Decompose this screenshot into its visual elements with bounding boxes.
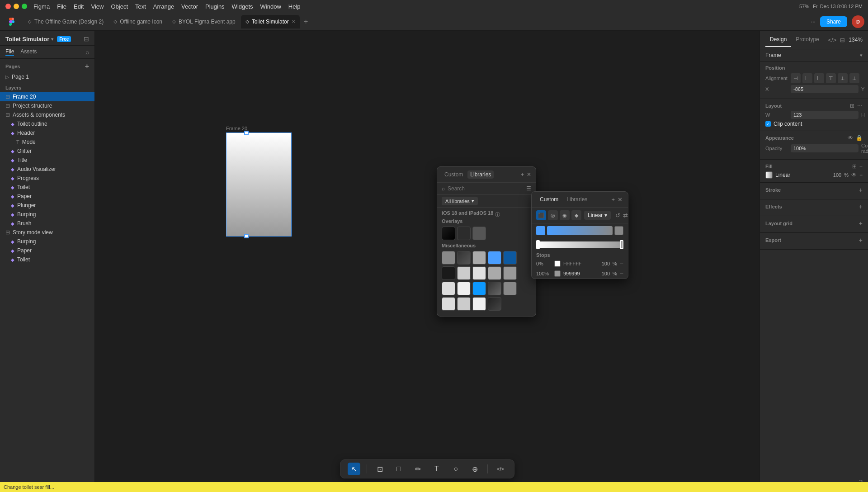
menu-vector[interactable]: Vector bbox=[181, 3, 198, 10]
clip-content-checkbox[interactable]: ✓ bbox=[765, 121, 771, 127]
fill-add-icon[interactable]: + bbox=[859, 163, 863, 170]
x-input[interactable] bbox=[791, 85, 859, 93]
layer-item-progress[interactable]: ◆ Progress bbox=[0, 174, 94, 183]
handle-top[interactable] bbox=[244, 131, 249, 135]
lib-filter-button[interactable]: All libraries ▾ bbox=[442, 197, 478, 205]
lib-info-icon[interactable]: ⓘ bbox=[495, 211, 500, 218]
align-top-button[interactable]: ⊤ bbox=[826, 73, 836, 83]
lib-close-icon[interactable]: ✕ bbox=[527, 171, 531, 178]
gradient-start-color[interactable] bbox=[536, 226, 545, 235]
lib-misc-1[interactable] bbox=[457, 251, 471, 265]
lib-misc-5[interactable] bbox=[442, 266, 455, 280]
lib-misc-9[interactable] bbox=[503, 266, 517, 280]
menu-edit[interactable]: Edit bbox=[74, 3, 84, 10]
tab-design[interactable]: Design bbox=[765, 33, 791, 47]
tool-rect[interactable]: □ bbox=[392, 463, 405, 475]
lib-misc-8[interactable] bbox=[488, 266, 501, 280]
tab-add-button[interactable]: + bbox=[301, 16, 311, 27]
gradient-stop-swatch1[interactable] bbox=[554, 270, 561, 277]
layer-item-assets[interactable]: ⊟ Assets & components bbox=[0, 110, 94, 119]
layer-item-brush[interactable]: ◆ Brush bbox=[0, 219, 94, 228]
layer-item-burping2[interactable]: ◆ Burping bbox=[0, 237, 94, 246]
menu-help[interactable]: Help bbox=[288, 3, 301, 10]
gradient-custom-tab[interactable]: Custom bbox=[537, 195, 561, 203]
tab-offline-game-icon[interactable]: ◇ Offline game Icon bbox=[109, 15, 167, 28]
gradient-stop-remove1[interactable]: − bbox=[620, 270, 623, 277]
lib-misc-3[interactable] bbox=[488, 251, 501, 265]
lib-swatch-1[interactable] bbox=[457, 227, 471, 240]
layer-item-toilet[interactable]: ◆ Toilet bbox=[0, 183, 94, 192]
fill-remove-icon[interactable]: − bbox=[859, 172, 863, 178]
lib-misc-12[interactable] bbox=[472, 282, 486, 295]
stroke-add-icon[interactable]: + bbox=[859, 186, 863, 194]
lib-misc-11[interactable] bbox=[457, 282, 471, 295]
lib-misc-16[interactable] bbox=[457, 297, 471, 311]
menu-window[interactable]: Window bbox=[260, 3, 281, 10]
gradient-stop-right[interactable] bbox=[620, 240, 623, 249]
tool-frame[interactable]: ⊡ bbox=[373, 463, 386, 475]
lib-custom-tab[interactable]: Custom bbox=[442, 170, 466, 179]
tool-code[interactable]: </> bbox=[494, 463, 507, 475]
close-button[interactable] bbox=[5, 4, 11, 9]
list-view-icon[interactable]: ☰ bbox=[526, 185, 531, 192]
menu-widgets[interactable]: Widgets bbox=[232, 3, 253, 10]
layer-item-audio-visualizer[interactable]: ◆ Audio Visualizer bbox=[0, 165, 94, 174]
library-search-input[interactable] bbox=[448, 185, 524, 192]
tab-byol-figma[interactable]: ◇ BYOL Figma Event app bbox=[168, 15, 240, 28]
align-left-button[interactable]: ⊣ bbox=[791, 73, 801, 83]
canvas[interactable]: Frame 20 Custom Libraries + ✕ ⬛ ◎ ◉ bbox=[95, 31, 760, 492]
menu-view[interactable]: View bbox=[91, 3, 104, 10]
layer-item-glitter[interactable]: ◆ Glitter bbox=[0, 147, 94, 156]
tool-ellipse[interactable]: ○ bbox=[449, 463, 462, 475]
gradient-type-radial-icon[interactable]: ◎ bbox=[548, 210, 558, 220]
handle-bottom[interactable] bbox=[244, 234, 249, 238]
tab-prototype[interactable]: Prototype bbox=[791, 33, 823, 47]
layer-item-toilet2[interactable]: ◆ Toilet bbox=[0, 255, 94, 264]
layout-view-icon[interactable]: ⊟ bbox=[840, 37, 845, 43]
layer-item-frame20[interactable]: ⊟ Frame 20 bbox=[0, 92, 94, 101]
layer-item-mode[interactable]: T Mode bbox=[0, 137, 94, 147]
menu-file[interactable]: File bbox=[57, 3, 66, 10]
layout-options-icon[interactable]: ⋯ bbox=[857, 103, 863, 109]
lib-misc-17[interactable] bbox=[472, 297, 486, 311]
window-controls[interactable] bbox=[5, 4, 27, 9]
lib-misc-6[interactable] bbox=[457, 266, 471, 280]
tool-component[interactable]: ⊕ bbox=[468, 463, 481, 475]
tool-select[interactable]: ↖ bbox=[348, 463, 360, 475]
layer-item-toilet-outline[interactable]: ◆ Toilet outline bbox=[0, 119, 94, 128]
layer-item-paper[interactable]: ◆ Paper bbox=[0, 192, 94, 201]
gradient-add-icon[interactable]: + bbox=[611, 196, 615, 203]
menu-plugins[interactable]: Plugins bbox=[205, 3, 225, 10]
gradient-stop-left[interactable] bbox=[536, 240, 540, 249]
visibility-icon[interactable]: 👁 bbox=[848, 135, 853, 141]
tool-text[interactable]: T bbox=[430, 463, 443, 475]
tab-close-button[interactable]: ✕ bbox=[292, 19, 295, 24]
code-view-icon[interactable]: </> bbox=[828, 37, 837, 43]
layout-grid-add-icon[interactable]: + bbox=[859, 220, 863, 227]
more-options-icon[interactable]: ··· bbox=[811, 19, 816, 25]
fill-style-icon[interactable]: ⊞ bbox=[852, 163, 857, 170]
gradient-slider[interactable] bbox=[536, 241, 623, 248]
gradient-type-angular-icon[interactable]: ◉ bbox=[560, 210, 570, 220]
layer-item-title[interactable]: ◆ Title bbox=[0, 156, 94, 165]
gradient-end-color[interactable] bbox=[614, 226, 623, 235]
gradient-type-linear-icon[interactable]: ⬛ bbox=[536, 210, 546, 220]
gradient-close-icon[interactable]: ✕ bbox=[618, 196, 623, 203]
lib-misc-2[interactable] bbox=[472, 251, 486, 265]
lib-swatch-2[interactable] bbox=[472, 227, 486, 240]
lib-swatch-0[interactable] bbox=[442, 227, 455, 240]
lib-misc-13[interactable] bbox=[488, 282, 501, 295]
effects-add-icon[interactable]: + bbox=[859, 203, 863, 210]
lib-misc-7[interactable] bbox=[472, 266, 486, 280]
gradient-libraries-tab[interactable]: Libraries bbox=[564, 195, 590, 203]
lib-add-icon[interactable]: + bbox=[521, 171, 524, 178]
menu-object[interactable]: Object bbox=[111, 3, 128, 10]
align-vcenter-button[interactable]: ⊥ bbox=[838, 73, 848, 83]
lib-misc-4[interactable] bbox=[503, 251, 517, 265]
opacity-input[interactable] bbox=[791, 144, 859, 152]
gradient-reset-icon[interactable]: ↺ bbox=[615, 212, 620, 219]
gradient-flip-icon[interactable]: ⇄ bbox=[623, 212, 628, 219]
lib-misc-0[interactable] bbox=[442, 251, 455, 265]
tab-offline-game-design[interactable]: ◇ The Offline Game (Design 2) bbox=[24, 15, 108, 28]
lib-misc-18[interactable] bbox=[488, 297, 501, 311]
